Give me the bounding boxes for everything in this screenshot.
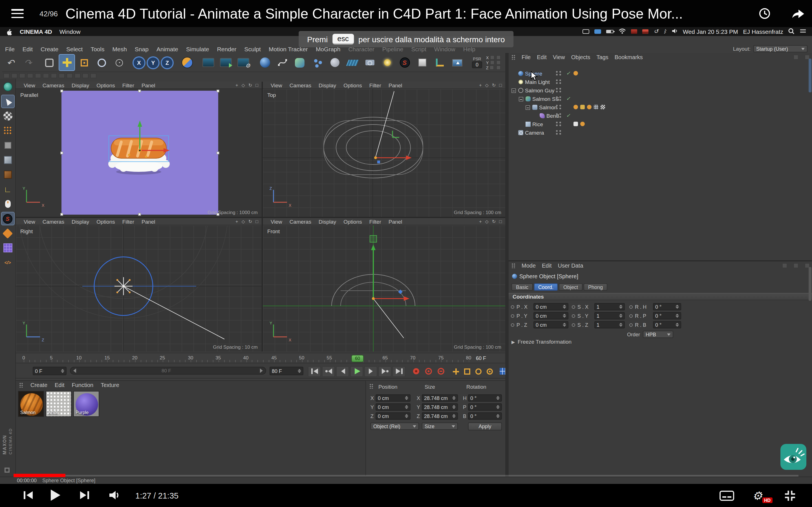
viewport-top[interactable]: View Cameras Display Options Filter Pane… xyxy=(263,82,505,217)
phong-tag-icon[interactable] xyxy=(573,105,578,109)
vp-menu-options[interactable]: Options xyxy=(96,82,115,88)
settings-button[interactable]: ⚙ xyxy=(752,489,762,503)
compositing-tag-icon[interactable] xyxy=(601,105,605,109)
playhead[interactable]: 60 xyxy=(351,355,364,362)
mute-button[interactable] xyxy=(108,490,121,500)
keyboard-status-icon[interactable] xyxy=(594,29,601,34)
live-selection-button[interactable] xyxy=(41,54,57,71)
menu-tools[interactable]: Tools xyxy=(87,45,108,52)
panel-handle-icon[interactable] xyxy=(511,54,515,59)
vp-menu-cameras[interactable]: Cameras xyxy=(43,218,64,224)
floor-button[interactable] xyxy=(344,54,360,71)
rot-p-field[interactable]: 0 ° xyxy=(468,403,502,411)
primitive-button[interactable] xyxy=(257,54,273,71)
visibility-dots[interactable] xyxy=(556,96,563,102)
menu-snap[interactable]: Snap xyxy=(131,45,153,52)
om-menu-bookmarks[interactable]: Bookmarks xyxy=(615,54,643,60)
environment-button[interactable] xyxy=(414,54,430,71)
render-region[interactable] xyxy=(61,91,218,215)
anim-toggle-icon[interactable] xyxy=(572,323,575,327)
tab-object[interactable]: Object xyxy=(559,283,582,291)
visibility-dots[interactable] xyxy=(556,113,563,119)
snap-icon[interactable] xyxy=(74,73,81,78)
active-app-name[interactable]: CINEMA 4D xyxy=(20,28,52,35)
menu-create[interactable]: Create xyxy=(37,45,62,52)
subtitles-button[interactable] xyxy=(719,491,734,501)
pos-z-field[interactable]: 0 cm xyxy=(375,412,410,420)
vp-menu-panel[interactable]: Panel xyxy=(389,218,402,224)
scale-tool-button[interactable] xyxy=(76,54,93,71)
maximize-view-icon[interactable]: □ xyxy=(499,82,502,88)
coordinate-system-button[interactable] xyxy=(179,54,195,71)
collapse-icon[interactable] xyxy=(519,97,523,101)
pan-view-icon[interactable]: + xyxy=(236,219,238,224)
vp-menu-filter[interactable]: Filter xyxy=(369,218,381,224)
timeline-range-slider[interactable]: 80 F xyxy=(70,367,266,375)
viewport-canvas[interactable]: Right xyxy=(16,225,262,351)
vp-menu-cameras[interactable]: Cameras xyxy=(290,82,311,88)
sy-field[interactable]: 1 xyxy=(594,312,625,320)
coordinates-section-header[interactable]: Coordinates xyxy=(509,293,812,300)
panel-handle-icon[interactable] xyxy=(511,263,515,268)
next-frame-button[interactable] xyxy=(364,366,377,377)
grid-tool-button[interactable] xyxy=(1,241,14,255)
tab-coord[interactable]: Coord. xyxy=(534,283,558,291)
mat-menu-texture[interactable]: Texture xyxy=(101,382,119,388)
menu-sculpt[interactable]: Sculpt xyxy=(241,45,265,52)
rp-field[interactable]: 0 ° xyxy=(653,312,681,320)
anim-toggle-icon[interactable] xyxy=(572,305,575,308)
vp-menu-panel[interactable]: Panel xyxy=(142,218,155,224)
vp-menu-display[interactable]: Display xyxy=(319,218,336,224)
object-row[interactable]: Salmon xyxy=(509,103,812,112)
visibility-dots[interactable] xyxy=(556,130,563,136)
wifi-icon[interactable] xyxy=(619,28,626,35)
enabled-check-icon[interactable] xyxy=(566,96,570,101)
vp-menu-cameras[interactable]: Cameras xyxy=(43,82,64,88)
menu-file[interactable]: File xyxy=(1,45,18,52)
metaball-button[interactable] xyxy=(326,54,343,71)
mat-menu-create[interactable]: Create xyxy=(31,382,47,388)
object-row[interactable]: Salmon Guy xyxy=(509,86,812,95)
vp-menu-view[interactable]: View xyxy=(24,218,35,224)
background-button[interactable] xyxy=(449,54,465,71)
enabled-check-icon[interactable] xyxy=(566,113,570,118)
spline-button[interactable] xyxy=(274,54,290,71)
stepper-icon[interactable] xyxy=(296,369,301,373)
y-axis-lock-button[interactable]: Y xyxy=(147,56,160,69)
om-menu-edit[interactable]: Edit xyxy=(537,54,546,60)
next-key-button[interactable] xyxy=(378,366,391,377)
viewport-canvas[interactable]: Front Y X Grid xyxy=(263,225,505,351)
mouse-tool-button[interactable] xyxy=(1,197,14,211)
lock-extra-toggle[interactable] xyxy=(496,65,500,70)
spotlight-search-icon[interactable] xyxy=(788,28,795,35)
prev-frame-button[interactable] xyxy=(336,366,349,377)
camera-button[interactable] xyxy=(361,54,378,71)
panel-side-tab[interactable] xyxy=(809,59,811,93)
render-settings-button[interactable]: ⚙ xyxy=(235,54,252,71)
snap-icon[interactable] xyxy=(82,73,89,78)
object-row[interactable]: Bend xyxy=(509,112,812,120)
object-name[interactable]: Rice xyxy=(532,121,543,127)
prev-key-button[interactable] xyxy=(322,366,335,377)
zoom-view-icon[interactable]: ◇ xyxy=(242,82,245,88)
region-handle[interactable] xyxy=(60,90,63,93)
record-keyframe-button[interactable] xyxy=(411,366,421,377)
lock-y-toggle[interactable] xyxy=(490,60,494,65)
visibility-dots[interactable] xyxy=(556,88,563,94)
vp-menu-display[interactable]: Display xyxy=(71,218,89,224)
snap-icon[interactable] xyxy=(43,73,49,78)
maximize-view-icon[interactable]: □ xyxy=(255,82,258,88)
render-view-button[interactable] xyxy=(200,54,216,71)
lock-x-toggle[interactable] xyxy=(490,55,494,60)
vp-menu-panel[interactable]: Panel xyxy=(389,82,402,88)
pan-view-icon[interactable]: + xyxy=(479,219,481,224)
sketch-tool-button[interactable]: S xyxy=(1,212,14,225)
snap-icon[interactable] xyxy=(90,73,96,78)
material-button[interactable]: S xyxy=(396,54,413,71)
vp-menu-view[interactable]: View xyxy=(24,82,35,88)
menu-edit[interactable]: Edit xyxy=(18,45,37,52)
freeze-transformation-label[interactable]: Freeze Transformation xyxy=(518,339,571,345)
workplane-button[interactable] xyxy=(432,54,448,71)
region-handle[interactable] xyxy=(216,152,219,154)
object-name[interactable]: Camera xyxy=(525,129,544,136)
